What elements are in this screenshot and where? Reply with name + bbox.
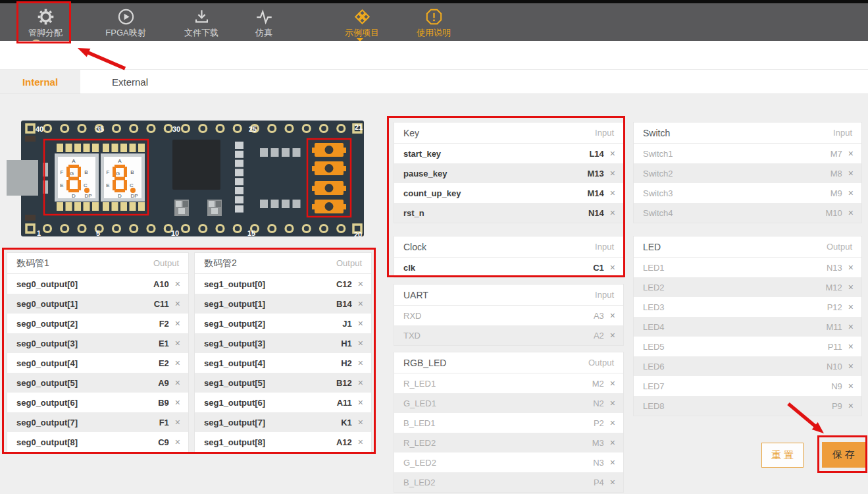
pin-row: seg1_output[4]H2× [195,353,371,373]
signal-name: R_LED2 [403,438,436,448]
remove-pin-icon[interactable]: × [610,188,615,198]
remove-pin-icon[interactable]: × [848,342,854,351]
remove-pin-icon[interactable]: × [175,319,180,328]
remove-pin-icon[interactable]: × [610,398,615,408]
remove-pin-icon[interactable]: × [848,169,854,178]
signal-name: seg0_output[7] [16,418,78,427]
panel-direction: Input [595,128,614,138]
remove-pin-icon[interactable]: × [610,478,615,487]
panel-clock: ClockInputclkC1× [394,236,624,278]
signal-name: LED8 [643,401,665,411]
seven-segment-display-2: A B C D E F G DP [101,153,145,202]
pin-value: H1 [341,339,352,348]
remove-pin-icon[interactable]: × [610,418,615,427]
remove-pin-icon[interactable]: × [848,401,854,410]
remove-pin-icon[interactable]: × [358,319,363,328]
fpga-chip [172,140,220,190]
seven-segment-display-1: A B C D E F G DP [55,153,99,202]
pin-value: A12 [336,437,352,447]
remove-pin-icon[interactable]: × [610,331,615,340]
svg-text:G: G [116,171,120,177]
svg-text:DP: DP [84,193,91,199]
signal-name: B_LED2 [403,478,435,487]
remove-pin-icon[interactable]: × [175,378,180,387]
pin-value: F1 [159,418,169,427]
remove-pin-icon[interactable]: × [358,418,363,427]
pin-row: Switch1M7× [634,144,861,163]
remove-pin-icon[interactable]: × [848,208,854,217]
pin-row: seg0_output[6]B9× [7,393,188,412]
tab-bar: Internal External [0,69,868,94]
remove-pin-icon[interactable]: × [175,358,180,368]
svg-text:35: 35 [96,125,104,133]
remove-pin-icon[interactable]: × [610,311,615,320]
panel-seg0: 数码管1Outputseg0_output[0]A10×seg0_output[… [7,252,189,453]
remove-pin-icon[interactable]: × [175,279,180,288]
gear-icon [37,8,55,26]
toolbar-item-pin-assignment[interactable]: 管脚分配 [14,3,77,41]
remove-pin-icon[interactable]: × [175,299,180,308]
remove-pin-icon[interactable]: × [358,437,363,447]
tab-external[interactable]: External [80,70,148,94]
pin-value: C1 [593,263,604,273]
pin-value: A3 [594,311,604,321]
toolbar-item-label: 仿真 [255,27,272,39]
tab-internal[interactable]: Internal [0,70,80,94]
remove-pin-icon[interactable]: × [358,299,363,308]
pin-row: LED7N9× [634,376,861,396]
toolbar-item-fpga-mapping[interactable]: FPGA映射 [94,3,157,41]
toolbar-item-example-projects[interactable]: 示例项目 [330,3,394,41]
panel-seg1: 数码管2Outputseg1_output[0]C12×seg1_output[… [194,252,372,453]
remove-pin-icon[interactable]: × [358,358,363,368]
remove-pin-icon[interactable]: × [848,283,854,292]
remove-pin-icon[interactable]: × [358,398,363,407]
remove-pin-icon[interactable]: × [848,322,854,331]
signal-name: start_key [403,149,441,159]
remove-pin-icon[interactable]: × [175,398,180,407]
remove-pin-icon[interactable]: × [610,149,615,158]
remove-pin-icon[interactable]: × [610,379,615,388]
pin-row: clkC1× [394,258,623,277]
svg-text:21: 21 [355,123,363,131]
pin-value: M13 [588,169,604,178]
remove-pin-icon[interactable]: × [848,362,854,371]
svg-text:DP: DP [130,193,138,199]
reset-button[interactable]: 重 置 [761,443,804,468]
signal-name: G_LED2 [403,458,436,468]
toolbar-item-label: 管脚分配 [28,27,63,39]
remove-pin-icon[interactable]: × [848,149,854,158]
remove-pin-icon[interactable]: × [610,208,615,217]
signal-name: G_LED1 [403,398,436,408]
remove-pin-icon[interactable]: × [610,263,615,272]
toolbar-item-instructions[interactable]: 使用说明 [402,3,465,41]
svg-text:10: 10 [171,229,179,237]
save-button[interactable]: 保 存 [822,442,865,468]
signal-name: seg0_output[4] [16,358,78,368]
remove-pin-icon[interactable]: × [848,263,854,272]
pin-value: A10 [153,279,169,289]
toolbar-item-file-download[interactable]: 文件下载 [170,3,233,41]
signal-name: Switch4 [643,208,673,218]
toolbar-item-simulation[interactable]: 仿真 [232,3,295,41]
remove-pin-icon[interactable]: × [175,339,180,348]
remove-pin-icon[interactable]: × [358,378,363,387]
remove-pin-icon[interactable]: × [175,418,180,427]
panel-header: SwitchInput [634,123,861,144]
pin-row: Switch4M10× [634,203,861,223]
panel-direction: Input [833,128,852,138]
remove-pin-icon[interactable]: × [358,279,363,288]
pin-row: seg0_output[1]C11× [7,294,188,314]
remove-pin-icon[interactable]: × [610,169,615,178]
remove-pin-icon[interactable]: × [175,437,180,447]
remove-pin-icon[interactable]: × [848,188,854,198]
remove-pin-icon[interactable]: × [358,339,363,348]
remove-pin-icon[interactable]: × [610,458,615,467]
remove-pin-icon[interactable]: × [848,302,854,312]
svg-text:B: B [130,169,134,175]
pin-row: seg0_output[2]F2× [7,314,188,333]
remove-pin-icon[interactable]: × [610,438,615,447]
pin-value: K1 [341,418,352,427]
remove-pin-icon[interactable]: × [848,381,854,391]
header-band [0,41,868,69]
panel-title: UART [403,290,428,300]
